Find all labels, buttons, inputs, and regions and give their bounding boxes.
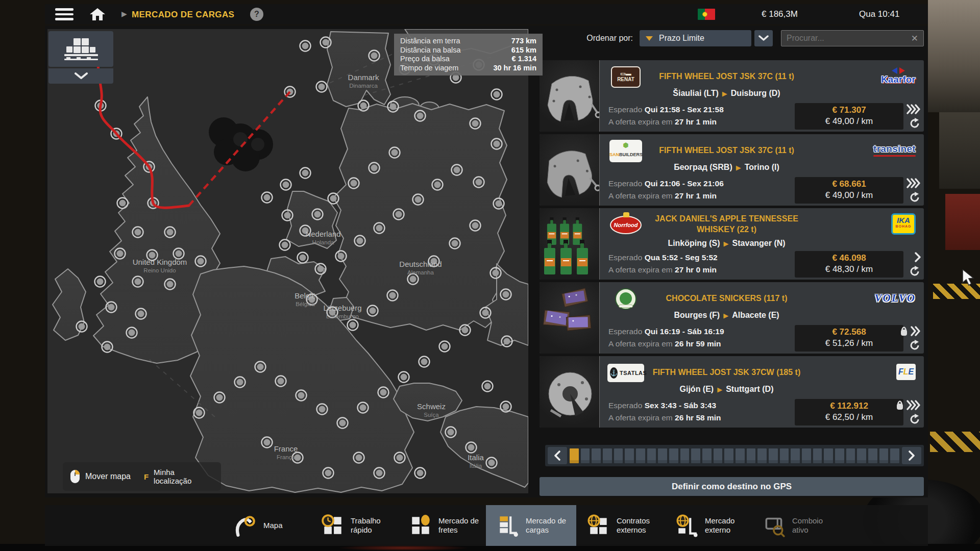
- cargo-route: Gijón (E)▶Stuttgart (D): [636, 385, 817, 394]
- offer-price: € 72.568: [795, 327, 903, 337]
- page-square[interactable]: [791, 448, 800, 463]
- svg-text:Alemanha: Alemanha: [407, 269, 434, 276]
- expected-time: Esperado Qui 21:58 - Sex 21:58: [608, 105, 724, 114]
- bottom-navigation: Mapa Trabalho rápido Mercado de fretes: [45, 505, 928, 546]
- sort-dropdown[interactable]: Prazo Limite: [640, 30, 751, 46]
- cargo-route: Bourges (F)▶Albacete (E): [636, 311, 817, 320]
- pallet-icon: [63, 37, 99, 61]
- page-square[interactable]: [802, 448, 811, 463]
- move-map-label: Mover mapa: [85, 472, 131, 481]
- receiver-logo-ika: IKABOHAG: [891, 213, 916, 235]
- page-square[interactable]: [879, 448, 889, 463]
- tab-active-convoy[interactable]: Comboio ativo: [763, 505, 823, 546]
- tooltip-label: Distância na balsa: [400, 46, 461, 55]
- offer-expiry: A oferta expira em 27 hr 0 min: [608, 265, 717, 274]
- svg-text:França: França: [277, 454, 295, 460]
- page-square[interactable]: [890, 448, 899, 463]
- cargo-offer-row[interactable]: CHOCOLATE SNICKERS (117 t) Bourges (F)▶A…: [540, 282, 924, 354]
- cargo-market-icon: [496, 514, 520, 537]
- sort-dropdown-open-button[interactable]: [754, 30, 773, 46]
- cargo-offer-row[interactable]: ⚓TSATLAS FIFTH WHEEL JOST JSK 37CW (185 …: [540, 356, 924, 428]
- help-button[interactable]: ?: [250, 8, 263, 21]
- receiver-logo-volvo: VOLVO: [875, 292, 916, 305]
- set-gps-destination-button[interactable]: Definir como destino no GPS: [540, 477, 924, 496]
- cargo-title: FIFTH WHEEL JOST JSK 37C (11 t): [636, 138, 817, 162]
- location-key: F: [144, 472, 149, 481]
- svg-text:Itália: Itália: [470, 463, 482, 469]
- price-per-km: € 62,50 / km: [795, 412, 903, 422]
- tab-quick-job[interactable]: Trabalho rápido: [321, 505, 381, 546]
- page-square[interactable]: [769, 448, 778, 463]
- page-square[interactable]: [702, 448, 712, 463]
- cargo-offer-row[interactable]: ▭▬RENAT FIFTH WHEEL JOST JSK 37C (11 t) …: [540, 60, 924, 132]
- previous-page-button[interactable]: [548, 447, 567, 464]
- offer-expiry: A oferta expira em 26 hr 59 min: [608, 339, 721, 348]
- price-box: € 71.307€ 49,00 / km: [795, 103, 903, 130]
- page-square[interactable]: [757, 448, 767, 463]
- page-square[interactable]: [857, 448, 866, 463]
- page-square[interactable]: [680, 448, 690, 463]
- clear-search-icon[interactable]: ✕: [906, 33, 923, 44]
- cargo-view-button[interactable]: [48, 31, 113, 67]
- page-square[interactable]: [658, 448, 667, 463]
- heavy-cargo-icon: [896, 400, 904, 410]
- tab-external-market[interactable]: Mercado externo: [675, 505, 734, 546]
- route-arrow-icon: ▶: [719, 90, 731, 97]
- cargo-thumbnail-fifth-wheel: [540, 134, 600, 206]
- world-map[interactable]: DanmarkDinamarcaUnited KingdomReino Unid…: [47, 29, 528, 493]
- tab-freight-market[interactable]: Mercado de fretes: [409, 505, 479, 546]
- price-box: € 68.661€ 49,00 / km: [795, 177, 903, 204]
- expected-time: Esperado Qui 21:06 - Sex 21:06: [608, 179, 724, 188]
- page-square[interactable]: [669, 448, 678, 463]
- page-square[interactable]: [714, 448, 723, 463]
- page-square[interactable]: [813, 448, 822, 463]
- map-canvas: DanmarkDinamarcaUnited KingdomReino Unid…: [47, 29, 528, 493]
- nav-label: Mercado externo: [705, 516, 734, 535]
- hazard-stripe: [930, 432, 980, 452]
- page-square[interactable]: [846, 448, 855, 463]
- page-square[interactable]: [691, 448, 700, 463]
- page-square[interactable]: [592, 448, 601, 463]
- tab-external-contracts[interactable]: Contratos externos: [587, 505, 650, 546]
- tab-map[interactable]: Mapa: [234, 505, 283, 546]
- page-square[interactable]: [603, 448, 612, 463]
- search-input[interactable]: [781, 34, 906, 43]
- svg-text:Deutschland: Deutschland: [399, 260, 442, 268]
- price-per-km: € 49,00 / km: [795, 116, 903, 127]
- price-box: € 46.098€ 48,30 / km: [795, 251, 903, 278]
- cargo-title: JACK DANIEL'S APPLE TENNESSEE WHISKEY (2…: [636, 212, 817, 236]
- svg-text:Bélgica: Bélgica: [296, 301, 315, 307]
- route-arrow-icon: ▶: [732, 164, 745, 171]
- page-square[interactable]: [570, 448, 579, 463]
- page-square[interactable]: [724, 448, 733, 463]
- page-selector: [545, 445, 924, 466]
- svg-text:Schweiz: Schweiz: [417, 402, 446, 411]
- page-square[interactable]: [581, 448, 590, 463]
- cargo-offer-row[interactable]: Norrfood JACK DANIEL'S APPLE TENNESSEE W…: [540, 208, 924, 280]
- page-square[interactable]: [736, 448, 745, 463]
- page-square[interactable]: [780, 448, 789, 463]
- page-square[interactable]: [614, 448, 623, 463]
- offer-expiry: A oferta expira em 26 hr 58 min: [608, 413, 721, 422]
- delivery-icon: [914, 252, 921, 262]
- next-page-button[interactable]: [902, 447, 921, 464]
- svg-text:Italia: Italia: [468, 453, 484, 462]
- collapse-map-controls-button[interactable]: [48, 68, 113, 84]
- page-square[interactable]: [636, 448, 645, 463]
- page-square[interactable]: [747, 448, 756, 463]
- expected-time: Esperado Sex 3:43 - Sáb 3:43: [608, 401, 716, 410]
- cargo-route: Linköping (S)▶Stavanger (N): [636, 239, 817, 248]
- home-icon[interactable]: [89, 8, 106, 21]
- chevron-left-icon: [554, 450, 561, 461]
- page-square[interactable]: [625, 448, 634, 463]
- menu-icon[interactable]: [55, 8, 74, 20]
- page-square[interactable]: [835, 448, 844, 463]
- mouse-cursor: [962, 269, 977, 289]
- tab-cargo-market[interactable]: Mercado de cargas: [486, 505, 576, 546]
- svg-text:Danmark: Danmark: [348, 73, 379, 82]
- cargo-offer-row[interactable]: ⬢SANBUILDERS FIFTH WHEEL JOST JSK 37C (1…: [540, 134, 924, 206]
- page-square[interactable]: [824, 448, 833, 463]
- page-square[interactable]: [647, 448, 656, 463]
- chevron-down-icon: [758, 35, 769, 41]
- page-square[interactable]: [868, 448, 877, 463]
